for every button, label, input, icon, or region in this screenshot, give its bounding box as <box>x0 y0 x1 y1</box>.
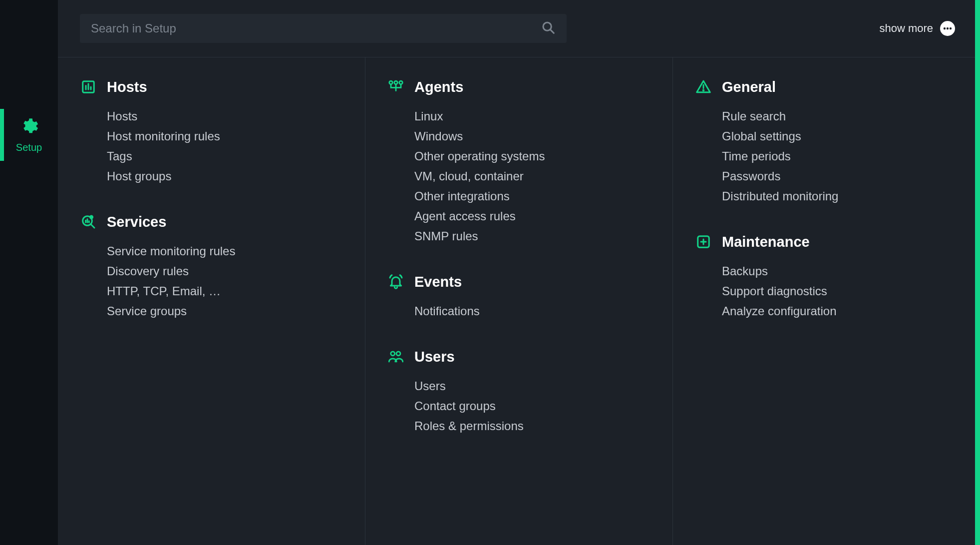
menu-item-linux[interactable]: Linux <box>414 106 651 126</box>
warning-icon <box>695 78 712 95</box>
menu-item-discovery-rules[interactable]: Discovery rules <box>107 261 343 281</box>
section-title: General <box>722 79 776 95</box>
svg-point-21 <box>396 352 400 356</box>
menu-item-passwords[interactable]: Passwords <box>722 166 958 186</box>
svg-point-20 <box>391 352 395 356</box>
section-head: Events <box>387 273 651 290</box>
main-panel: show more HostsHostsHost monitoring rule… <box>58 0 980 545</box>
section-items: LinuxWindowsOther operating systemsVM, c… <box>387 106 651 246</box>
sidebar-item-setup[interactable]: Setup <box>0 109 58 161</box>
section-services: ServicesService monitoring rulesDiscover… <box>80 213 343 321</box>
search-input[interactable] <box>91 21 541 35</box>
menu-item-host-monitoring-rules[interactable]: Host monitoring rules <box>107 126 343 146</box>
menu-item-global-settings[interactable]: Global settings <box>722 126 958 146</box>
menu-item-service-monitoring-rules[interactable]: Service monitoring rules <box>107 241 343 261</box>
columns: HostsHostsHost monitoring rulesTagsHost … <box>58 57 980 545</box>
menu-item-rule-search[interactable]: Rule search <box>722 106 958 126</box>
show-more-label: show more <box>879 22 933 35</box>
section-title: Hosts <box>107 79 147 95</box>
svg-point-19 <box>399 81 403 84</box>
svg-line-10 <box>91 224 94 228</box>
app-root: Setup show more <box>0 0 980 545</box>
svg-line-1 <box>550 29 554 33</box>
section-head: Agents <box>387 78 651 95</box>
section-agents: AgentsLinuxWindowsOther operating system… <box>387 78 651 246</box>
section-head: Maintenance <box>695 233 958 250</box>
section-items: BackupsSupport diagnosticsAnalyze config… <box>695 261 958 321</box>
section-title: Agents <box>414 79 463 95</box>
svg-point-2 <box>944 27 946 29</box>
menu-item-agent-access-rules[interactable]: Agent access rules <box>414 206 651 226</box>
menu-item-other-integrations[interactable]: Other integrations <box>414 186 651 206</box>
section-general: GeneralRule searchGlobal settingsTime pe… <box>695 78 958 206</box>
menu-item-http-tcp-email[interactable]: HTTP, TCP, Email, … <box>107 281 343 301</box>
magnify-chart-icon <box>80 213 97 230</box>
section-users: UsersUsersContact groupsRoles & permissi… <box>387 348 651 436</box>
menu-item-host-groups[interactable]: Host groups <box>107 166 343 186</box>
section-title: Users <box>414 349 455 365</box>
column-1: AgentsLinuxWindowsOther operating system… <box>365 57 673 545</box>
column-0: HostsHostsHost monitoring rulesTagsHost … <box>58 57 365 545</box>
ellipsis-icon <box>940 21 955 36</box>
menu-item-windows[interactable]: Windows <box>414 126 651 146</box>
plus-box-icon <box>695 233 712 250</box>
svg-point-17 <box>389 81 393 84</box>
menu-item-tags[interactable]: Tags <box>107 146 343 166</box>
menu-item-distributed-monitoring[interactable]: Distributed monitoring <box>722 186 958 206</box>
menu-item-other-operating-systems[interactable]: Other operating systems <box>414 146 651 166</box>
bell-icon <box>387 273 404 290</box>
section-items: HostsHost monitoring rulesTagsHost group… <box>80 106 343 186</box>
menu-item-backups[interactable]: Backups <box>722 261 958 281</box>
menu-item-snmp-rules[interactable]: SNMP rules <box>414 226 651 246</box>
svg-point-4 <box>950 27 952 29</box>
menu-item-analyze-configuration[interactable]: Analyze configuration <box>722 301 958 321</box>
svg-point-23 <box>703 90 704 91</box>
section-title: Events <box>414 274 462 290</box>
svg-point-18 <box>394 81 398 84</box>
menu-item-vm-cloud-container[interactable]: VM, cloud, container <box>414 166 651 186</box>
section-title: Maintenance <box>722 234 810 250</box>
section-hosts: HostsHostsHost monitoring rulesTagsHost … <box>80 78 343 186</box>
menu-item-roles-permissions[interactable]: Roles & permissions <box>414 416 651 436</box>
menu-item-contact-groups[interactable]: Contact groups <box>414 396 651 416</box>
menu-item-time-periods[interactable]: Time periods <box>722 146 958 166</box>
accent-right-bar <box>975 0 980 545</box>
users-icon <box>387 348 404 365</box>
svg-point-3 <box>947 27 949 29</box>
gear-icon <box>19 117 38 138</box>
section-items: UsersContact groupsRoles & permissions <box>387 376 651 436</box>
menu-item-users[interactable]: Users <box>414 376 651 396</box>
chart-box-icon <box>80 78 97 95</box>
section-items: Rule searchGlobal settingsTime periodsPa… <box>695 106 958 206</box>
topbar: show more <box>58 0 980 57</box>
network-icon <box>387 78 404 95</box>
sidebar-item-label: Setup <box>16 142 42 153</box>
section-head: Users <box>387 348 651 365</box>
section-items: Service monitoring rulesDiscovery rulesH… <box>80 241 343 321</box>
column-2: GeneralRule searchGlobal settingsTime pe… <box>673 57 980 545</box>
menu-item-service-groups[interactable]: Service groups <box>107 301 343 321</box>
section-title: Services <box>107 214 166 230</box>
show-more-button[interactable]: show more <box>879 21 955 36</box>
section-maintenance: MaintenanceBackupsSupport diagnosticsAna… <box>695 233 958 321</box>
section-head: Hosts <box>80 78 343 95</box>
search-wrap[interactable] <box>80 14 567 43</box>
section-head: General <box>695 78 958 95</box>
section-head: Services <box>80 213 343 230</box>
sidebar-rail: Setup <box>0 0 58 545</box>
menu-item-hosts[interactable]: Hosts <box>107 106 343 126</box>
search-icon <box>541 20 556 37</box>
section-items: Notifications <box>387 301 651 321</box>
section-events: EventsNotifications <box>387 273 651 321</box>
menu-item-notifications[interactable]: Notifications <box>414 301 651 321</box>
menu-item-support-diagnostics[interactable]: Support diagnostics <box>722 281 958 301</box>
